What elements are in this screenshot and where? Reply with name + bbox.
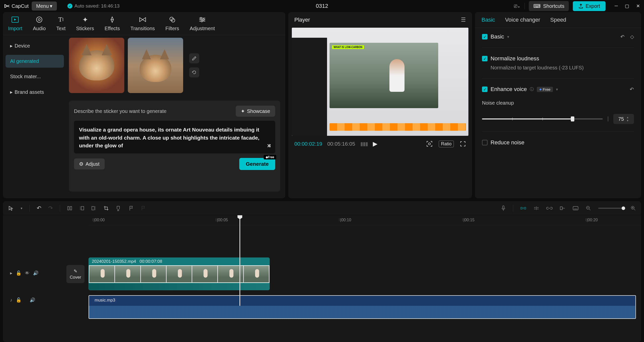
crop-icon[interactable] <box>103 205 109 211</box>
trim-right-icon[interactable] <box>91 205 96 211</box>
maximize-button[interactable]: ▢ <box>625 3 629 9</box>
generated-thumb-2[interactable] <box>128 38 183 93</box>
eye-icon[interactable]: 👁 <box>25 271 29 276</box>
tab-import[interactable]: Import <box>8 16 22 35</box>
tab-stickers[interactable]: ✦Stickers <box>76 16 94 35</box>
ratio-button[interactable]: Ratio <box>439 141 454 147</box>
normalize-checkbox[interactable]: ✓ <box>482 56 488 61</box>
track-audio-icon[interactable]: ♪ <box>10 297 12 303</box>
align-icon[interactable] <box>533 206 539 210</box>
basic-checkbox[interactable]: ✓ <box>482 34 488 39</box>
adjust-button[interactable]: ⚙Adjust <box>74 158 105 169</box>
separator <box>525 3 525 9</box>
menu-button[interactable]: Menu ▾ <box>32 2 57 11</box>
play-button[interactable]: ▶ <box>373 140 377 147</box>
playhead[interactable] <box>239 215 240 306</box>
keyframe-icon[interactable]: ◇ <box>630 34 634 40</box>
project-title[interactable]: 0312 <box>316 3 328 9</box>
shortcuts-button[interactable]: ⌨ Shortcuts <box>529 1 569 11</box>
zoom-slider[interactable] <box>598 208 623 209</box>
flag-icon[interactable] <box>129 205 134 211</box>
reduce-noise-label: Reduce noise <box>491 139 525 146</box>
ai-marker-icon[interactable]: AI <box>116 205 122 211</box>
timeline-ruler[interactable]: |00:00 |00:05 |00:10 |00:15 |00:20 <box>89 215 641 225</box>
noise-slider[interactable] <box>482 118 603 119</box>
edit-icon: ✎ <box>74 269 77 274</box>
lock-icon[interactable]: 🔓 <box>16 297 21 303</box>
video-clip[interactable]: 20240201-150352.mp4 00:00:07:08 <box>89 258 270 290</box>
audio-track-controls: ♪ 🔓 · 🔊 <box>3 288 63 312</box>
tab-voice-changer[interactable]: Voice changer <box>505 17 540 23</box>
media-panel: Import Audio TIText ✦Stickers Effects Tr… <box>3 12 285 198</box>
layout-icon[interactable]: ⎚▾ <box>514 3 520 9</box>
showcase-button[interactable]: ✦Showcase <box>236 106 275 117</box>
undo-icon[interactable]: ↶ <box>620 34 625 40</box>
magnet-icon[interactable] <box>520 206 526 211</box>
trim-left-icon[interactable] <box>79 205 84 211</box>
normalize-label: Normalize loudness <box>491 55 539 62</box>
preview-cut-icon[interactable] <box>559 206 566 210</box>
sliders-icon: ⚙ <box>79 161 84 167</box>
pointer-tool-icon[interactable] <box>8 205 14 211</box>
tab-adjustment[interactable]: Adjustment <box>190 16 215 35</box>
tab-basic[interactable]: Basic <box>481 17 495 23</box>
cover-button[interactable]: ✎ Cover <box>66 265 85 283</box>
tool-dropdown-icon[interactable]: ▾ <box>21 206 22 210</box>
prompt-input[interactable]: Visualize a grand opera house, its ornat… <box>74 121 275 153</box>
tab-transitions[interactable]: Transitions <box>130 16 155 35</box>
stepper-up[interactable]: ▲ <box>626 116 629 119</box>
noise-value-input[interactable]: 75 ▲▼ <box>613 114 634 124</box>
tab-effects[interactable]: Effects <box>105 16 120 35</box>
mute-icon[interactable]: 🔊 <box>30 297 35 303</box>
redo-icon[interactable]: ↷ <box>48 205 53 211</box>
shuffle-icon[interactable]: ⤨ <box>267 142 271 149</box>
link-icon[interactable] <box>546 206 552 210</box>
properties-panel: Basic Voice changer Speed ✓ Basic ▾ ↶ ◇ … <box>475 12 641 198</box>
scan-icon[interactable] <box>426 141 433 147</box>
svg-rect-14 <box>503 206 504 209</box>
lock-icon[interactable]: 🔓 <box>16 270 21 276</box>
sidebar-item-stock[interactable]: Stock mater... <box>6 70 64 83</box>
tab-audio[interactable]: Audio <box>33 16 46 35</box>
compare-icon[interactable]: ▮▮▮ <box>360 141 368 147</box>
tab-speed[interactable]: Speed <box>550 17 566 23</box>
svg-rect-10 <box>70 206 72 210</box>
regenerate-icon-button[interactable] <box>189 67 199 77</box>
player-menu-icon[interactable]: ☰ <box>461 17 466 23</box>
noise-cleanup-label: Noise cleanup <box>482 100 634 106</box>
stepper-down[interactable]: ▼ <box>626 119 629 122</box>
fullscreen-icon[interactable] <box>460 141 466 147</box>
tab-filters[interactable]: Filters <box>166 16 179 35</box>
minimize-button[interactable]: ─ <box>615 3 618 9</box>
window-controls: ─ ▢ ✕ <box>615 3 640 9</box>
caption-icon[interactable] <box>573 206 579 210</box>
export-button[interactable]: Export <box>573 1 606 11</box>
generate-button[interactable]: ◆Free Generate <box>239 158 275 170</box>
sidebar-item-ai[interactable]: AI generated <box>6 55 64 68</box>
player-preview[interactable]: WHAT IS LOW-CARBON <box>292 28 468 136</box>
info-icon[interactable]: ⓘ <box>530 87 534 92</box>
sidebar-item-device[interactable]: ▸Device <box>6 39 64 52</box>
prompt-text: Visualize a grand opera house, its ornat… <box>79 127 259 148</box>
chevron-down-icon[interactable]: ▾ <box>556 87 558 92</box>
slider-end-tick <box>608 116 608 121</box>
generated-thumb-1[interactable] <box>69 38 124 93</box>
audio-clip[interactable]: music.mp3 <box>89 295 636 319</box>
preview-caption: WHAT IS LOW-CARBON <box>332 45 364 49</box>
chevron-down-icon[interactable]: ▾ <box>507 34 509 39</box>
close-button[interactable]: ✕ <box>636 3 640 9</box>
edit-icon-button[interactable] <box>189 53 199 63</box>
undo-icon[interactable]: ↶ <box>37 205 41 211</box>
undo-icon[interactable]: ↶ <box>630 86 634 92</box>
mic-icon[interactable] <box>501 205 506 211</box>
enhance-checkbox[interactable]: ✓ <box>482 87 488 92</box>
zoom-out-icon[interactable] <box>586 205 591 211</box>
zoom-in-icon[interactable] <box>630 205 636 211</box>
mute-icon[interactable]: 🔊 <box>33 270 38 276</box>
cover-label: Cover <box>70 275 81 280</box>
track-video-icon[interactable]: ▸ <box>10 270 12 276</box>
sidebar-item-brand[interactable]: ▸Brand assets <box>6 86 64 99</box>
reduce-noise-checkbox[interactable] <box>482 140 488 145</box>
split-icon[interactable] <box>67 205 72 211</box>
tab-text[interactable]: TIText <box>56 16 66 35</box>
